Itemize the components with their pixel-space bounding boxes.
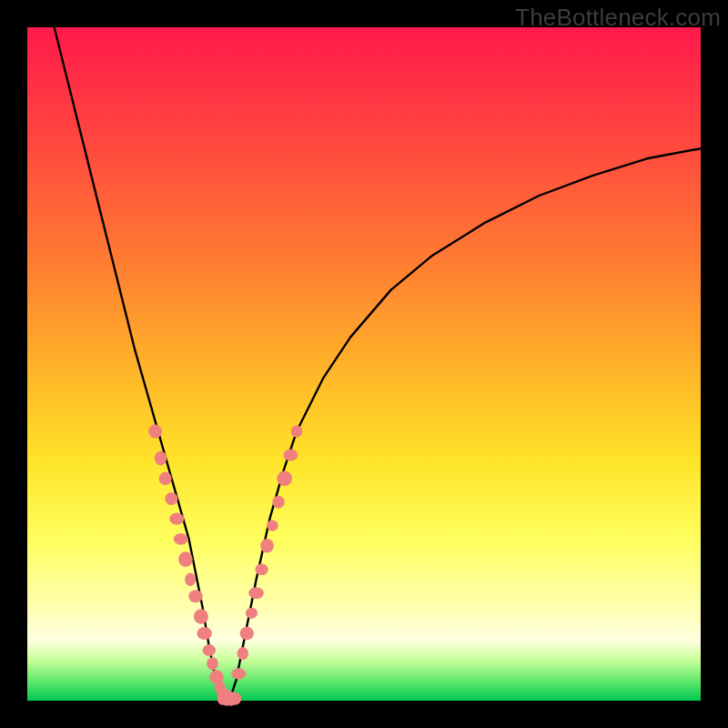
data-point <box>148 424 162 438</box>
data-point <box>169 513 184 525</box>
data-point <box>159 472 172 485</box>
bottleneck-curve <box>55 27 701 701</box>
data-point <box>165 492 177 505</box>
data-point <box>240 627 254 641</box>
data-point <box>260 539 274 552</box>
data-point <box>155 451 167 466</box>
curve-layer <box>55 27 701 701</box>
data-point <box>207 657 218 670</box>
data-point <box>231 668 246 679</box>
data-point <box>185 573 196 587</box>
data-point <box>203 644 216 656</box>
chart-frame: TheBottleneck.com <box>0 0 728 728</box>
watermark-text: TheBottleneck.com <box>515 4 721 32</box>
plot-area <box>27 27 701 701</box>
dots-layer <box>148 424 302 705</box>
data-point <box>194 609 208 623</box>
data-point <box>283 449 298 460</box>
data-point <box>228 693 242 705</box>
data-point <box>238 647 248 660</box>
data-point <box>174 533 188 545</box>
data-point <box>246 608 258 619</box>
data-point <box>248 587 264 599</box>
data-point <box>178 551 193 567</box>
data-point <box>267 521 278 531</box>
data-point <box>255 563 268 575</box>
data-point <box>291 425 303 437</box>
data-point <box>277 470 292 486</box>
data-point <box>272 496 284 509</box>
chart-svg <box>27 27 701 701</box>
data-point <box>188 590 202 602</box>
data-point <box>197 627 211 640</box>
